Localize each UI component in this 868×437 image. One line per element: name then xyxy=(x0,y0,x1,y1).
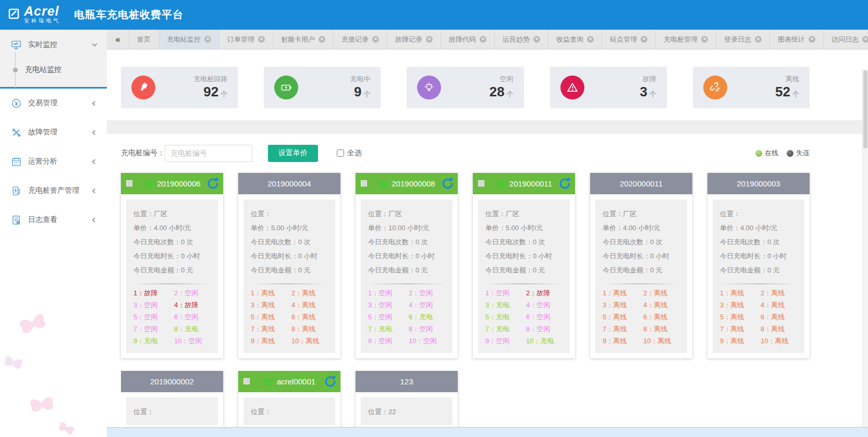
tab-close-icon[interactable]: ✕ xyxy=(587,36,594,43)
tab-label: 图表统计 xyxy=(778,35,805,44)
port-status: 8：空闲 xyxy=(526,323,567,335)
tab-图表统计[interactable]: 图表统计✕ xyxy=(770,30,824,49)
scrollbar-thumb[interactable] xyxy=(863,70,867,148)
tab-充电站监控[interactable]: 充电站监控✕ xyxy=(159,30,219,49)
tab-故障代码[interactable]: 故障代码✕ xyxy=(441,30,495,49)
port-status: 5：离线 xyxy=(603,311,643,323)
sidebar-item-日志查看[interactable]: 日志查看 xyxy=(0,205,107,234)
card-checkbox[interactable] xyxy=(478,180,484,186)
sidebar-subitem-充电站监控[interactable]: 充电站监控 xyxy=(0,58,107,82)
station-card-header: 2020000011 xyxy=(590,173,692,194)
station-card-header: 2019000003 xyxy=(707,173,810,194)
station-info-line: 今日充电时长：0 小时 xyxy=(368,249,449,263)
port-status: 5：空闲 xyxy=(133,311,174,323)
tab-充电桩管理[interactable]: 充电桩管理✕ xyxy=(656,30,716,49)
tab-label: 访问日志 xyxy=(832,35,859,44)
tab-充值记录[interactable]: 充值记录✕ xyxy=(334,30,387,49)
tab-故障记录[interactable]: 故障记录✕ xyxy=(387,30,441,49)
station-info-line: 位置：厂区 xyxy=(133,207,215,221)
port-status: 3：离线 xyxy=(603,299,643,311)
tab-close-icon[interactable]: ✕ xyxy=(641,36,647,43)
tab-射频卡用户[interactable]: 射频卡用户✕ xyxy=(273,30,334,49)
station-info-line: 今日充电时长：0 小时 xyxy=(133,249,215,263)
station-info-line: 今日充电次数：0 次 xyxy=(485,235,567,249)
tab-close-icon[interactable]: ✕ xyxy=(426,36,433,43)
tab-登录日志[interactable]: 登录日志✕ xyxy=(716,30,770,49)
tab-订单管理[interactable]: 订单管理✕ xyxy=(219,30,273,49)
port-status: 3：空闲 xyxy=(133,299,174,311)
refresh-icon[interactable] xyxy=(324,375,337,388)
horizontal-scrollbar-strip[interactable] xyxy=(107,427,868,437)
port-status: 1：离线 xyxy=(603,287,643,299)
tab-站点管理[interactable]: 站点管理✕ xyxy=(602,30,656,49)
legend-dot xyxy=(755,150,762,157)
card-checkbox[interactable] xyxy=(361,180,367,186)
chevron-down-icon xyxy=(92,42,97,47)
port-status: 1：离线 xyxy=(720,287,761,299)
tab-close-icon[interactable]: ✕ xyxy=(862,36,868,43)
tab-close-icon[interactable]: ✕ xyxy=(319,36,325,43)
tab-运营趋势[interactable]: 运营趋势✕ xyxy=(495,30,548,49)
sidebar-item-交易管理[interactable]: 交易管理 xyxy=(0,89,107,118)
port-status-grid: 1：空闲2：空闲3：空闲4：空闲5：空闲6：充电7：充电8：空闲9：空闲10：空… xyxy=(368,287,449,347)
set-price-button[interactable]: 设置单价 xyxy=(268,145,318,162)
pile-number-input[interactable] xyxy=(165,145,252,162)
station-card-2020000011: 2020000011位置：厂区单价：4.00 小时/元今日充电次数：0 次今日充… xyxy=(590,173,692,358)
port-status: 10：离线 xyxy=(643,335,684,347)
warning-icon xyxy=(560,76,584,99)
station-id: 2019000002 xyxy=(150,377,193,386)
station-info-line: 今日充电金额：0 元 xyxy=(603,263,684,277)
station-info-line: 今日充电次数：0 次 xyxy=(251,235,332,249)
refresh-icon[interactable] xyxy=(206,177,219,190)
stat-value: 52个 xyxy=(775,85,799,101)
port-status: 8：离线 xyxy=(291,323,332,335)
port-status: 4：空闲 xyxy=(526,299,567,311)
tab-首页[interactable]: 首页 xyxy=(129,30,159,49)
transaction-icon xyxy=(10,98,22,108)
port-status: 4：离线 xyxy=(643,299,684,311)
station-info-line: 今日充电金额：0 元 xyxy=(133,263,215,277)
station-id: 2019000008 xyxy=(392,179,435,188)
tab-close-icon[interactable]: ✕ xyxy=(372,36,379,43)
sidebar-item-label: 日志查看 xyxy=(28,215,93,224)
port-status: 6：离线 xyxy=(291,311,332,323)
tab-close-icon[interactable]: ✕ xyxy=(258,36,265,43)
station-info-line: 今日充电次数：0 次 xyxy=(720,235,801,249)
station-info-line: 今日充电金额：0 元 xyxy=(368,263,449,277)
port-status: 5：充电 xyxy=(485,311,526,323)
tab-访问日志[interactable]: 访问日志✕ xyxy=(824,30,868,49)
tab-close-icon[interactable]: ✕ xyxy=(701,36,708,43)
card-divider xyxy=(603,283,679,284)
wifi-icon xyxy=(378,180,389,189)
station-info-line: 位置：22 xyxy=(368,405,449,419)
station-card-body: 位置：厂区单价：10.00 小时/元今日充电次数：0 次今日充电时长：0 小时今… xyxy=(356,194,458,358)
tab-close-icon[interactable]: ✕ xyxy=(480,36,486,43)
stat-unit: 个 xyxy=(792,90,799,98)
refresh-icon[interactable] xyxy=(441,177,454,190)
tab-收益查询[interactable]: 收益查询✕ xyxy=(548,30,602,49)
stat-label: 充电中 xyxy=(350,74,370,84)
card-checkbox[interactable] xyxy=(243,378,250,384)
sidebar-item-充电桩资产管理[interactable]: 充电桩资产管理 xyxy=(0,176,107,205)
vertical-scrollbar[interactable] xyxy=(862,69,868,427)
tab-close-icon[interactable]: ✕ xyxy=(755,36,762,43)
sidebar-item-运营分析[interactable]: 运营分析 xyxy=(0,147,107,176)
tab-label: 充电桩管理 xyxy=(664,35,698,44)
port-status-grid: 1：离线2：离线3：离线4：离线5：离线6：离线7：离线8：离线9：离线10：离… xyxy=(720,287,801,347)
collapse-tabs-icon[interactable]: « xyxy=(107,30,129,49)
port-status: 5：离线 xyxy=(251,311,291,323)
port-status: 6：充电 xyxy=(409,311,449,323)
chevron-left-icon xyxy=(92,101,97,106)
tab-label: 登录日志 xyxy=(724,35,751,44)
tab-close-icon[interactable]: ✕ xyxy=(809,36,815,43)
select-all-checkbox[interactable] xyxy=(337,149,344,157)
tab-close-icon[interactable]: ✕ xyxy=(533,36,540,43)
station-id: 123 xyxy=(400,377,413,386)
sidebar-item-label: 充电桩资产管理 xyxy=(28,186,93,195)
card-checkbox[interactable] xyxy=(126,180,132,186)
stat-unit: 个 xyxy=(221,90,227,98)
tab-close-icon[interactable]: ✕ xyxy=(204,36,211,43)
sidebar-item-实时监控[interactable]: 实时监控 xyxy=(0,32,107,58)
sidebar-item-故障管理[interactable]: 故障管理 xyxy=(0,118,107,147)
refresh-icon[interactable] xyxy=(558,177,571,190)
